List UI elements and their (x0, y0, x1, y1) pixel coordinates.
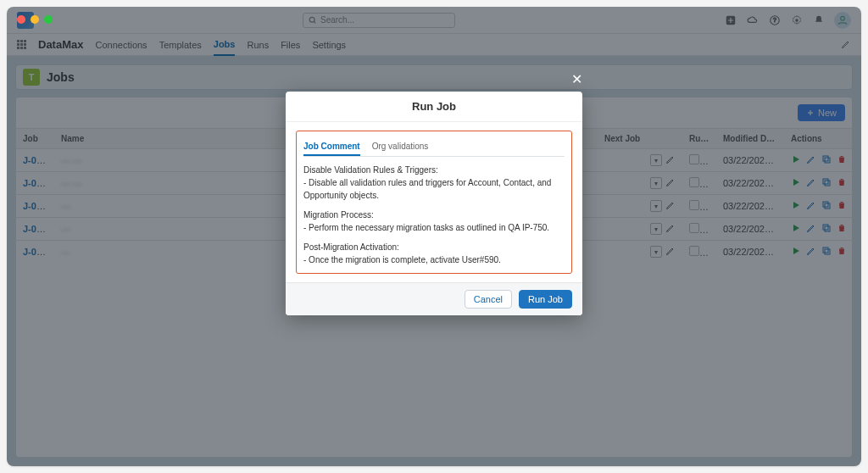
run-job-modal: Run Job Job Comment Org validations Disa… (286, 92, 582, 315)
macos-close[interactable] (17, 15, 25, 24)
macos-minimize[interactable] (31, 15, 39, 24)
modal-title: Run Job (286, 92, 582, 122)
run-job-button[interactable]: Run Job (519, 290, 572, 309)
tab-job-comment[interactable]: Job Comment (303, 138, 360, 156)
comment-section-title: Post-Migration Activation: (303, 241, 565, 253)
tab-org-validations[interactable]: Org validations (372, 138, 429, 156)
comment-section-body: - Once the migration is complete, activa… (303, 253, 565, 266)
cancel-button[interactable]: Cancel (465, 290, 512, 309)
macos-zoom[interactable] (44, 15, 53, 24)
highlight-box: Job Comment Org validations Disable Vali… (296, 131, 572, 274)
job-comment-content: Disable Validation Rules & Triggers: - D… (303, 164, 565, 266)
comment-section-title: Disable Validation Rules & Triggers: (303, 164, 565, 176)
comment-section-title: Migration Process: (303, 209, 565, 221)
close-icon[interactable]: ✕ (571, 71, 582, 87)
comment-section-body: - Perform the necessary migration tasks … (303, 221, 565, 234)
comment-section-body: - Disable all validation rules and trigg… (303, 176, 565, 202)
modal-overlay: ✕ Run Job Job Comment Org validations Di… (7, 7, 861, 466)
